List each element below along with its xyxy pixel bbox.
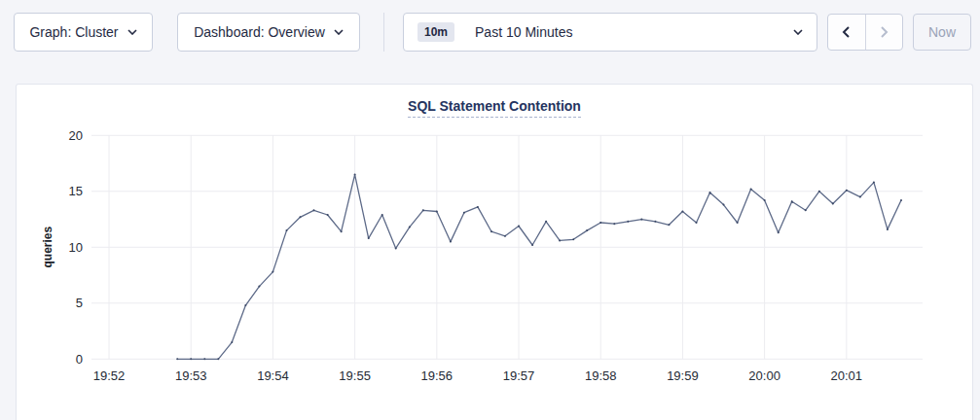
y-axis-label: queries	[41, 226, 54, 267]
series-line	[177, 175, 901, 360]
svg-text:5: 5	[76, 296, 83, 310]
next-time-button[interactable]	[865, 15, 903, 50]
now-button[interactable]: Now	[913, 14, 971, 51]
svg-text:19:55: 19:55	[339, 368, 371, 383]
y-gridlines	[91, 135, 923, 359]
chart-card: SQL Statement Contention 0510152019:5219…	[16, 84, 973, 420]
svg-text:19:59: 19:59	[667, 368, 699, 383]
chevron-down-icon	[793, 29, 803, 35]
graph-dropdown[interactable]: Graph: Cluster	[14, 13, 153, 52]
svg-text:20:00: 20:00	[748, 368, 780, 383]
time-window-badge: 10m	[417, 22, 454, 42]
svg-text:19:58: 19:58	[585, 368, 617, 383]
toolbar-divider	[383, 13, 384, 52]
y-tick-labels: 05101520	[69, 128, 83, 367]
time-window-label: Past 10 Minutes	[475, 24, 572, 40]
chevron-left-icon	[842, 26, 851, 38]
svg-text:20: 20	[69, 128, 83, 143]
chart-title-row: SQL Statement Contention	[17, 85, 972, 118]
previous-time-button[interactable]	[828, 15, 865, 50]
svg-text:20:01: 20:01	[831, 368, 863, 383]
svg-text:10: 10	[69, 240, 83, 255]
time-step-button-group	[827, 14, 903, 51]
chevron-down-icon	[334, 29, 344, 35]
chevron-right-icon	[880, 26, 889, 38]
dashboard-dropdown[interactable]: Dashboard: Overview	[177, 13, 360, 52]
svg-text:19:54: 19:54	[257, 368, 289, 383]
svg-text:19:53: 19:53	[175, 368, 207, 383]
svg-text:15: 15	[69, 184, 83, 198]
svg-text:0: 0	[76, 352, 83, 367]
svg-text:19:56: 19:56	[421, 368, 454, 383]
graph-dropdown-label: Graph: Cluster	[29, 24, 118, 40]
dashboard-dropdown-label: Dashboard: Overview	[194, 24, 325, 40]
chevron-down-icon	[127, 29, 137, 35]
x-tick-labels: 19:5219:5319:5419:5519:5619:5719:5819:59…	[93, 368, 862, 383]
line-chart[interactable]: 0510152019:5219:5319:5419:5519:5619:5719…	[17, 118, 972, 419]
time-window-dropdown[interactable]: 10m Past 10 Minutes	[403, 13, 817, 52]
svg-text:19:52: 19:52	[93, 368, 126, 383]
chart-title[interactable]: SQL Statement Contention	[408, 98, 581, 118]
svg-text:19:57: 19:57	[503, 368, 535, 383]
